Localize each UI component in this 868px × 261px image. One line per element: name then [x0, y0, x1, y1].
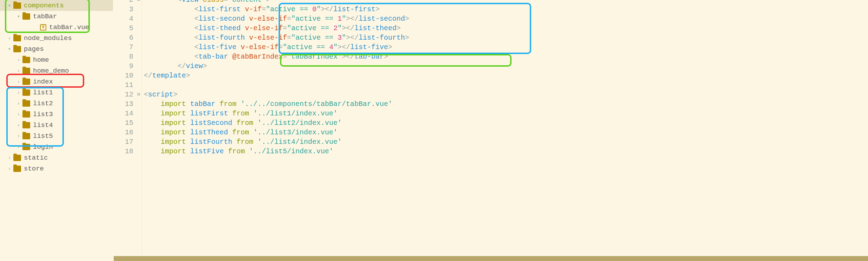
tree-item-label: components	[24, 2, 64, 9]
file-tree-sidebar: ▾components▾tabBarVtabBar.vue›node_modul…	[0, 0, 113, 261]
tree-item-tabBar-vue[interactable]: VtabBar.vue	[0, 22, 113, 33]
line-number: 2	[113, 0, 133, 5]
chevron-icon[interactable]: ›	[16, 144, 21, 150]
chevron-icon[interactable]: ›	[7, 35, 12, 41]
chevron-icon[interactable]: ›	[16, 133, 21, 139]
fold-marker[interactable]	[135, 147, 142, 156]
chevron-icon[interactable]: ›	[7, 166, 12, 172]
tree-item-login[interactable]: ›login	[0, 141, 113, 152]
code-line[interactable]: import tabBar from '../../components/tab…	[144, 99, 868, 109]
folder-icon	[13, 35, 21, 41]
chevron-icon[interactable]: ▾	[16, 13, 21, 19]
vue-file-icon: V	[40, 24, 46, 31]
chevron-icon[interactable]: ›	[16, 101, 21, 106]
line-number: 13	[113, 99, 133, 109]
code-content[interactable]: <view class="content"> <list-first v-if=…	[144, 0, 868, 156]
tree-item-list4[interactable]: ›list4	[0, 120, 113, 130]
fold-marker[interactable]	[135, 24, 142, 33]
code-line[interactable]	[144, 80, 868, 90]
fold-marker[interactable]	[135, 71, 142, 80]
code-line[interactable]: <list-first v-if="active == 0"></list-fi…	[144, 5, 868, 14]
tree-item-label: store	[24, 165, 44, 173]
fold-column: ⊟⊟	[135, 0, 142, 156]
folder-icon	[22, 68, 30, 74]
fold-marker[interactable]	[135, 5, 142, 14]
chevron-icon[interactable]: ▾	[7, 46, 12, 52]
code-line[interactable]: <list-second v-else-if="active == 1"></l…	[144, 14, 868, 24]
tree-item-components[interactable]: ▾components	[0, 0, 113, 11]
tree-item-home[interactable]: ›home	[0, 54, 113, 65]
code-line[interactable]: import listSecond from '../list2/index.v…	[144, 118, 868, 128]
code-editor[interactable]: 23456789101112131415161718 ⊟⊟ <view clas…	[113, 0, 868, 261]
fold-marker[interactable]	[135, 33, 142, 42]
tree-item-label: list3	[33, 111, 53, 118]
code-line[interactable]: </template>	[144, 71, 868, 80]
fold-marker[interactable]	[135, 14, 142, 24]
folder-icon	[22, 79, 30, 85]
tree-item-list3[interactable]: ›list3	[0, 109, 113, 120]
tree-item-list1[interactable]: ›list1	[0, 87, 113, 98]
tree-item-static[interactable]: ›static	[0, 152, 113, 163]
folder-icon	[13, 2, 21, 9]
fold-marker[interactable]	[135, 109, 142, 118]
tree-item-pages[interactable]: ▾pages	[0, 44, 113, 54]
code-line[interactable]: </view>	[144, 61, 868, 71]
folder-icon	[22, 111, 30, 118]
line-number: 14	[113, 109, 133, 118]
fold-marker[interactable]	[135, 118, 142, 128]
chevron-icon[interactable]: ›	[16, 79, 21, 85]
folder-icon	[22, 100, 30, 107]
tree-item-index[interactable]: ›index	[0, 76, 113, 87]
fold-marker[interactable]	[135, 128, 142, 137]
line-number: 18	[113, 147, 133, 156]
chevron-icon[interactable]: ›	[16, 122, 21, 128]
tree-item-tabBar[interactable]: ▾tabBar	[0, 11, 113, 22]
code-line[interactable]: <list-theed v-else-if="active == 2"></li…	[144, 24, 868, 33]
tree-item-label: home	[33, 56, 49, 64]
folder-icon	[13, 166, 21, 172]
fold-marker[interactable]	[135, 61, 142, 71]
folder-icon	[22, 13, 30, 20]
code-line[interactable]: <view class="content">	[144, 0, 868, 5]
code-line[interactable]: import listFirst from '../list1/index.vu…	[144, 109, 868, 118]
tree-item-label: list5	[33, 132, 53, 140]
code-line[interactable]: <tab-bar @tabBarIndex='tabBarIndex'></ta…	[144, 52, 868, 61]
line-number: 3	[113, 5, 133, 14]
fold-marker[interactable]: ⊟	[135, 0, 142, 5]
fold-marker[interactable]	[135, 80, 142, 90]
fold-marker[interactable]	[135, 99, 142, 109]
code-line[interactable]: import listFive from '../list5/index.vue…	[144, 147, 868, 156]
line-number: 16	[113, 128, 133, 137]
fold-marker[interactable]	[135, 52, 142, 61]
fold-marker[interactable]: ⊟	[135, 90, 142, 99]
tree-item-home_demo[interactable]: ›home_demo	[0, 65, 113, 76]
tree-item-label: home_demo	[33, 67, 69, 75]
fold-marker[interactable]	[135, 42, 142, 52]
code-line[interactable]: <list-five v-else-if="active == 4"></lis…	[144, 42, 868, 52]
line-number: 11	[113, 80, 133, 90]
chevron-icon[interactable]: ›	[16, 68, 21, 74]
chevron-icon[interactable]: ▾	[7, 2, 12, 8]
fold-marker[interactable]	[135, 137, 142, 147]
code-line[interactable]: <list-fourth v-else-if="active == 3"></l…	[144, 33, 868, 42]
code-line[interactable]: import listTheed from '../list3/index.vu…	[144, 128, 868, 137]
chevron-icon[interactable]: ›	[16, 90, 21, 95]
tree-item-store[interactable]: ›store	[0, 163, 113, 174]
folder-icon	[22, 89, 30, 96]
tree-item-list5[interactable]: ›list5	[0, 130, 113, 141]
tree-item-label: index	[33, 78, 53, 86]
line-number: 6	[113, 33, 133, 42]
horizontal-scrollbar[interactable]	[114, 256, 868, 261]
line-number: 12	[113, 90, 133, 99]
code-line[interactable]: import listFourth from '../list4/index.v…	[144, 137, 868, 147]
tree-item-label: login	[33, 143, 53, 151]
tree-item-node_modules[interactable]: ›node_modules	[0, 33, 113, 44]
tree-item-list2[interactable]: ›list2	[0, 98, 113, 109]
tree-item-label: list1	[33, 89, 53, 96]
line-numbers: 23456789101112131415161718	[113, 0, 135, 156]
code-line[interactable]: <script>	[144, 90, 868, 99]
folder-icon	[22, 133, 30, 139]
chevron-icon[interactable]: ›	[7, 155, 12, 161]
chevron-icon[interactable]: ›	[16, 57, 21, 63]
chevron-icon[interactable]: ›	[16, 112, 21, 117]
